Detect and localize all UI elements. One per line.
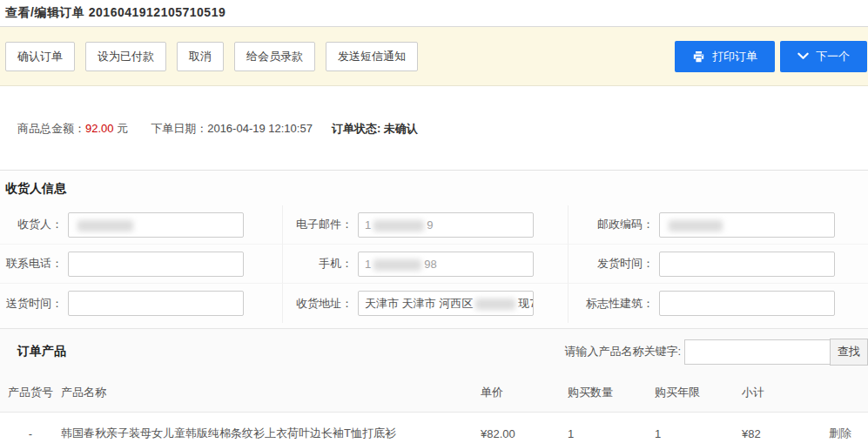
redacted-blur [475,299,515,310]
action-buttons: 确认订单设为已付款取消给会员录款发送短信通知 [5,42,428,71]
product-search-group: 请输入产品名称关键字: 查找 [564,339,868,366]
order-date-value: 2016-04-19 12:10:57 [207,122,313,135]
field-cell: 联系电话： [0,245,283,284]
chevron-down-icon [797,52,809,60]
toolbar-button-4[interactable]: 发送短信通知 [326,42,418,71]
field-value-text: 98 [424,258,436,271]
total-amount-unit: 元 [114,122,129,135]
order-summary: 商品总金额：92.00 元下单日期：2016-04-19 12:10:57订单状… [0,86,868,171]
field-cell: 发货时间： [569,245,868,284]
field-input[interactable] [659,212,835,238]
column-header: 产品名称 [61,374,481,412]
products-bar: 订单产品 请输入产品名称关键字: 查找 [0,329,868,374]
product-table-body: -韩国春秋亲子装母女儿童韩版纯棉条纹衫上衣荷叶边长袖T恤打底衫¥82.0011¥… [0,412,868,443]
product-table: 产品货号产品名称单价购买数量购买年限小计 -韩国春秋亲子装母女儿童韩版纯棉条纹衫… [0,374,868,443]
field-value-text: 天津市 天津市 河西区 [365,297,473,310]
product-table-head-row: 产品货号产品名称单价购买数量购买年限小计 [0,374,868,412]
products-section: 订单产品 请输入产品名称关键字: 查找 产品货号产品名称单价购买数量购买年限小计… [0,329,868,443]
toolbar-button-2[interactable]: 取消 [177,42,224,71]
toolbar-right: 打印订单 下一个 [670,41,868,72]
field-label: 收货人： [0,217,63,232]
column-header: 小计 [742,374,829,412]
next-order-label: 下一个 [816,49,850,64]
consignee-section-title: 收货人信息 [0,171,868,205]
field-label: 邮政编码： [569,217,654,232]
field-label: 发货时间： [569,256,654,272]
product-name: 韩国春秋亲子装母女儿童韩版纯棉条纹衫上衣荷叶边长袖T恤打底衫 [61,412,481,443]
column-header: 购买年限 [655,374,742,412]
field-cell: 手机：198 [283,245,569,284]
field-input[interactable] [659,291,835,316]
total-amount-label: 商品总金额： [17,122,85,135]
page-title: 查看/编辑订单 2016041912105710519 [5,5,225,21]
redacted-blur [373,259,421,271]
field-value-text: 1 [365,218,371,232]
products-section-title: 订单产品 [17,344,66,359]
print-order-label: 打印订单 [712,49,757,64]
field-input[interactable] [68,252,244,277]
field-value-text: 现7 [518,297,534,310]
order-date-label: 下单日期： [151,122,207,135]
field-cell: 标志性建筑： [569,284,868,323]
print-order-button[interactable]: 打印订单 [675,41,775,72]
column-header [829,374,868,412]
consignee-section: 收货人信息 收货人：电子邮件：19邮政编码：联系电话：手机：198发货时间：送货… [0,171,868,329]
page-header: 查看/编辑订单 2016041912105710519 [0,0,868,27]
next-order-button[interactable]: 下一个 [780,41,867,72]
field-input[interactable]: 198 [358,252,534,277]
product-qty: 1 [568,412,655,443]
toolbar: 确认订单设为已付款取消给会员录款发送短信通知 打印订单 下一个 [0,27,868,86]
field-input[interactable] [659,252,835,277]
field-input[interactable]: 19 [358,212,534,238]
product-search-button[interactable]: 查找 [830,339,868,366]
product-search-label: 请输入产品名称关键字: [564,344,681,359]
field-label: 送货时间： [0,296,63,312]
toolbar-button-1[interactable]: 设为已付款 [85,42,166,71]
printer-icon [692,50,705,63]
redacted-blur [373,220,424,232]
order-status-value: 未确认 [384,122,418,135]
total-amount-value: 92.00 [85,122,114,135]
field-cell: 收货地址：天津市 天津市 河西区现7 [283,284,569,323]
field-label: 电子邮件： [283,217,353,232]
field-label: 收货地址： [283,296,353,312]
toolbar-button-0[interactable]: 确认订单 [5,42,75,71]
product-search-input[interactable] [684,339,831,365]
consignee-grid: 收货人：电子邮件：19邮政编码：联系电话：手机：198发货时间：送货时间：收货地… [0,205,868,323]
field-label: 手机： [283,256,353,272]
field-label: 标志性建筑： [569,296,654,312]
field-cell: 邮政编码： [569,205,868,245]
redacted-blur [669,220,723,232]
field-input[interactable] [68,212,244,238]
column-header: 单价 [481,374,568,412]
delete-link[interactable]: 删除 [829,426,851,440]
row-actions: 删除 [829,412,868,443]
column-header: 产品货号 [0,374,61,412]
table-row: -韩国春秋亲子装母女儿童韩版纯棉条纹衫上衣荷叶边长袖T恤打底衫¥82.0011¥… [0,412,868,443]
field-value-text: 9 [427,218,433,232]
field-cell: 送货时间： [0,284,283,323]
product-years: 1 [655,412,742,443]
field-cell: 收货人： [0,205,283,245]
field-label: 联系电话： [0,256,63,272]
product-price: ¥82.00 [481,412,568,443]
field-value-text: 1 [365,258,371,271]
field-cell: 电子邮件：19 [283,205,569,245]
product-sku: - [0,412,61,443]
toolbar-button-3[interactable]: 给会员录款 [234,42,315,71]
redacted-blur [77,220,133,232]
field-input[interactable] [68,291,244,316]
field-input[interactable]: 天津市 天津市 河西区现7 [358,291,534,316]
column-header: 购买数量 [568,374,655,412]
order-status-label: 订单状态: [332,122,384,135]
product-subtotal: ¥82 [742,412,829,443]
